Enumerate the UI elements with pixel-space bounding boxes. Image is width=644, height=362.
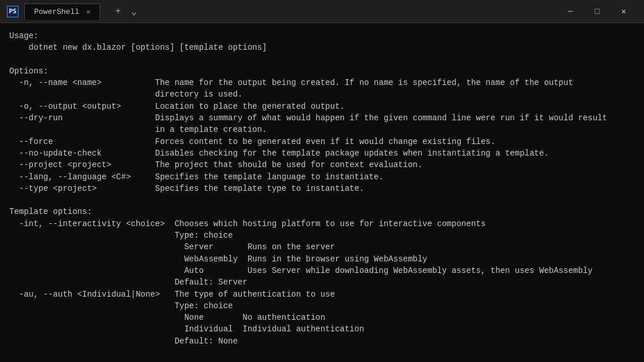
tab-close-button[interactable]: ✕ [86, 8, 90, 16]
terminal-window: PS PowerShell ✕ + ⌄ ─ □ ✕ Usage: dotnet … [0, 0, 644, 362]
titlebar-actions: + ⌄ [112, 5, 140, 19]
titlebar-left: PS PowerShell ✕ + ⌄ [7, 3, 141, 20]
tab-label: PowerShell [34, 8, 79, 16]
close-button[interactable]: ✕ [610, 2, 637, 21]
terminal-body[interactable]: Usage: dotnet new dx.blazor [options] [t… [0, 23, 644, 362]
window-controls: ─ □ ✕ [557, 2, 637, 21]
dropdown-button[interactable]: ⌄ [128, 5, 141, 19]
tab-powershell[interactable]: PowerShell ✕ [24, 3, 100, 20]
maximize-button[interactable]: □ [584, 2, 610, 21]
new-tab-button[interactable]: + [112, 5, 124, 18]
powershell-icon: PS [7, 6, 19, 17]
titlebar: PS PowerShell ✕ + ⌄ ─ □ ✕ [0, 0, 644, 23]
minimize-button[interactable]: ─ [557, 2, 584, 21]
terminal-output: Usage: dotnet new dx.blazor [options] [t… [9, 30, 635, 347]
